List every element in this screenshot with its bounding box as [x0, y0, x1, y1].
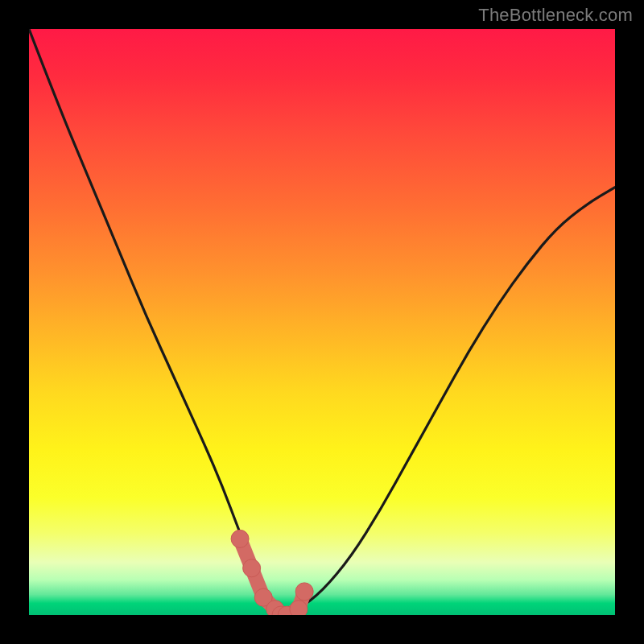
chart-frame: TheBottleneck.com: [0, 0, 644, 644]
minimum-markers: [231, 530, 313, 615]
marker-dot: [243, 559, 261, 577]
marker-dot: [295, 583, 313, 601]
marker-dot: [290, 601, 308, 615]
watermark-text: TheBottleneck.com: [478, 5, 633, 26]
marker-dot: [231, 530, 249, 547]
plot-area: [29, 29, 615, 615]
curve-path: [29, 29, 615, 613]
bottleneck-curve: [29, 29, 615, 615]
